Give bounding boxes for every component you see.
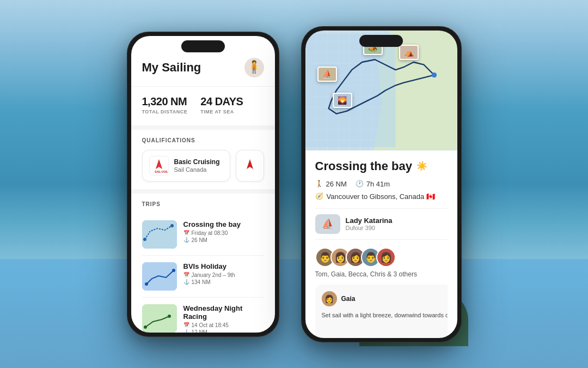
trip-dist-3: 12 NM <box>192 329 207 333</box>
crew-avatars: 👨 👩 👩 👨 👩 <box>315 248 448 267</box>
stats-section: 1,320 NM TOTAL DISTANCE 24 DAYS TIME AT … <box>131 87 275 125</box>
map-photo-3: ⛺ <box>399 45 419 60</box>
trip-name-3: Wednesday Night Racing <box>183 304 264 321</box>
map-area: ⛵ 🏕️ ⛺ 🌄 <box>305 31 457 150</box>
crew-avatar-5: 👩 <box>376 248 396 267</box>
boat-model: Dufour 390 <box>346 225 393 231</box>
distance-icon-3: ⚓ <box>183 329 189 333</box>
person-walk-icon: 🚶 <box>315 180 323 188</box>
distance-label: TOTAL DISTANCE <box>142 109 188 114</box>
trip-distance-item: 🚶 26 NM <box>315 180 347 188</box>
svg-point-8 <box>172 269 175 272</box>
trip-item-3[interactable]: Wednesday Night Racing 📅 14 Oct at 18:45… <box>142 298 264 333</box>
clock-icon: 🕐 <box>356 180 364 188</box>
review-text-1: Set sail with a light breeze, downwind t… <box>322 311 448 320</box>
reviewer-name-1: Gaia <box>341 295 356 303</box>
trip-route: Vancouver to Gibsons, Canada 🇨🇦 <box>327 192 435 201</box>
left-screen: My Sailing 1,320 NM TOTAL DISTANCE 24 DA… <box>131 36 275 333</box>
map-photos: ⛵ 🏕️ ⛺ 🌄 <box>305 31 457 150</box>
distance-stat: 1,320 NM TOTAL DISTANCE <box>142 95 188 114</box>
review-header-1: 👩 Gaia <box>322 291 448 306</box>
sail-canada-logo-1: SAIL•VOILE <box>149 156 169 176</box>
trip-route-row: 🧭 Vancouver to Gibsons, Canada 🇨🇦 <box>315 192 448 201</box>
boat-section[interactable]: ⛵ Lady Katarina Dufour 390 <box>315 208 448 240</box>
svg-point-10 <box>144 325 147 329</box>
reviewer-avatar-1: 👩 <box>322 291 337 306</box>
days-value: 24 DAYS <box>200 95 243 108</box>
calendar-icon-3: 📅 <box>183 322 189 328</box>
qual-cards: SAIL•VOILE Basic Cruising Sail Canada <box>142 150 264 182</box>
trip-meta-dist-2: ⚓ 134 NM <box>183 279 235 285</box>
trip-item-2[interactable]: BVIs Holiday 📅 January 2nd – 9th ⚓ 134 N… <box>142 256 264 298</box>
qual-org-1: Sail Canada <box>174 166 220 173</box>
boat-info: Lady Katarina Dufour 390 <box>346 216 393 231</box>
qual-text-1: Basic Cruising Sail Canada <box>174 158 220 173</box>
trip-stats-row: 🚶 26 NM 🕐 7h 41m <box>315 180 448 188</box>
trip-distance: 26 NM <box>326 180 347 188</box>
qual-card-1[interactable]: SAIL•VOILE Basic Cruising Sail Canada <box>142 150 230 182</box>
trip-duration-item: 🕐 7h 41m <box>356 180 390 188</box>
trip-meta-dist-3: ⚓ 12 NM <box>183 329 264 333</box>
crew-section: 👨 👩 👩 👨 👩 Tom, Gaia, Becca, Chris & 3 ot… <box>315 248 448 278</box>
trip-meta-date-2: 📅 January 2nd – 9th <box>183 272 235 278</box>
svg-point-4 <box>143 238 146 241</box>
right-screen: ⛵ 🏕️ ⛺ 🌄 Crossing the bay <box>305 31 457 338</box>
compass-icon: 🧭 <box>315 192 323 200</box>
right-phone: ⛵ 🏕️ ⛺ 🌄 Crossing the bay <box>301 26 462 342</box>
trip-name-1: Crossing the bay <box>183 220 241 228</box>
boat-name: Lady Katarina <box>346 216 393 225</box>
days-label: TIME AT SEA <box>200 109 243 114</box>
svg-text:SAIL•VOILE: SAIL•VOILE <box>155 170 168 173</box>
trip-info-1: Crossing the bay 📅 Friday at 08:30 ⚓ 26 … <box>183 220 241 244</box>
distance-value: 1,320 NM <box>142 95 188 108</box>
trip-emoji: ☀️ <box>416 161 427 171</box>
qualifications-title: QUALIFICATIONS <box>142 137 264 143</box>
trip-meta-dist-1: ⚓ 26 NM <box>183 237 241 243</box>
trip-map-1 <box>142 220 177 249</box>
left-phone: My Sailing 1,320 NM TOTAL DISTANCE 24 DA… <box>127 32 279 337</box>
qual-name-1: Basic Cruising <box>174 158 220 166</box>
svg-point-11 <box>168 315 171 318</box>
right-notch <box>359 35 403 47</box>
qualifications-section: QUALIFICATIONS SAIL•VOILE <box>131 130 275 189</box>
phones-container: My Sailing 1,320 NM TOTAL DISTANCE 24 DA… <box>0 0 588 368</box>
calendar-icon-2: 📅 <box>183 272 189 277</box>
distance-icon-2: ⚓ <box>183 279 189 285</box>
trip-name-2: BVIs Holiday <box>183 262 235 270</box>
qual-card-2[interactable] <box>236 150 264 182</box>
trip-info-3: Wednesday Night Racing 📅 14 Oct at 18:45… <box>183 304 264 333</box>
trip-title-row: Crossing the bay ☀️ <box>315 159 448 173</box>
trip-dist-1: 26 NM <box>192 237 207 243</box>
calendar-icon-1: 📅 <box>183 230 189 236</box>
trip-detail-content: Crossing the bay ☀️ 🚶 26 NM 🕐 7h 41m <box>305 150 457 338</box>
trip-date-1: Friday at 08:30 <box>192 230 228 236</box>
trips-title: TRIPS <box>142 201 264 207</box>
trip-date-3: 14 Oct at 18:45 <box>192 322 229 328</box>
trip-info-2: BVIs Holiday 📅 January 2nd – 9th ⚓ 134 N… <box>183 262 235 286</box>
my-sailing-title: My Sailing <box>142 61 201 75</box>
trip-list: Crossing the bay 📅 Friday at 08:30 ⚓ 26 … <box>142 214 264 333</box>
boat-thumbnail: ⛵ <box>315 214 340 234</box>
days-stat: 24 DAYS TIME AT SEA <box>200 95 243 114</box>
svg-point-7 <box>145 282 148 286</box>
trip-meta-date-3: 📅 14 Oct at 18:45 <box>183 322 264 328</box>
trips-section: TRIPS Crossing th <box>131 194 275 333</box>
trip-meta-date-1: 📅 Friday at 08:30 <box>183 230 241 236</box>
trip-duration: 7h 41m <box>366 180 390 188</box>
map-photo-1: ⛵ <box>317 67 337 82</box>
trip-dist-2: 134 NM <box>192 279 211 285</box>
crew-names: Tom, Gaia, Becca, Chris & 3 others <box>315 270 448 278</box>
reviews-section: 👩 Gaia Set sail with a light breeze, dow… <box>315 285 448 338</box>
map-photo-4: 🌄 <box>333 93 352 108</box>
trip-title: Crossing the bay <box>315 159 412 173</box>
left-notch <box>181 40 225 52</box>
review-card-1[interactable]: 👩 Gaia Set sail with a light breeze, dow… <box>315 285 448 338</box>
svg-point-5 <box>170 224 174 227</box>
avatar[interactable] <box>244 58 264 77</box>
trip-map-2 <box>142 262 177 291</box>
trip-map-3 <box>142 304 177 333</box>
distance-icon-1: ⚓ <box>183 237 189 243</box>
svg-rect-9 <box>142 304 177 333</box>
trip-date-2: January 2nd – 9th <box>192 272 235 278</box>
trip-item-1[interactable]: Crossing the bay 📅 Friday at 08:30 ⚓ 26 … <box>142 214 264 256</box>
